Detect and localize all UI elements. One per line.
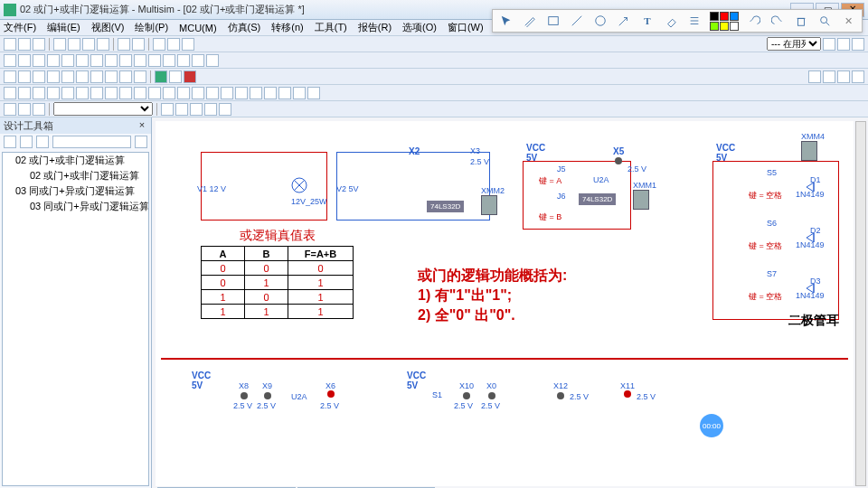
menu-view[interactable]: 视图(V) [91, 21, 125, 34]
menu-file[interactable]: 文件(F) [4, 21, 36, 34]
trash-tool[interactable] [793, 13, 809, 29]
tb-s6[interactable] [76, 70, 89, 83]
menu-tools[interactable]: 工具(T) [315, 21, 347, 34]
inuse-combo[interactable]: --- 在用列表 --- [767, 37, 821, 51]
tb-undo[interactable] [118, 38, 130, 51]
line-tool[interactable] [569, 13, 585, 29]
tb-c10[interactable] [134, 54, 146, 67]
undo-tool[interactable] [746, 13, 762, 29]
side-btn2[interactable] [20, 136, 33, 148]
tree-leaf2[interactable]: 03 同或门+异或门逻辑运算 [3, 199, 148, 214]
schematic-canvas[interactable]: V1 12 V 12V_25W V2 5V X2 74LS32D X3 2.5 … [152, 117, 868, 488]
tb-s9[interactable] [119, 70, 132, 83]
tb-i2[interactable] [18, 87, 31, 99]
tb-f4[interactable] [161, 103, 174, 116]
tb-cut[interactable] [68, 38, 80, 51]
tb-c11[interactable] [148, 54, 161, 67]
tb-misc2[interactable] [837, 38, 850, 51]
tb-f1[interactable] [4, 103, 16, 116]
tb-c1[interactable] [4, 54, 16, 67]
tb-i9[interactable] [119, 87, 132, 99]
tb-c9[interactable] [119, 54, 132, 67]
tb-i19[interactable] [264, 87, 277, 99]
eraser-tool[interactable] [663, 13, 679, 29]
tb-c15[interactable] [206, 54, 219, 67]
tb-i16[interactable] [221, 87, 233, 99]
design-tree[interactable]: 02 或门+或非门逻辑运算 02 或门+或非门逻辑运算 03 同或门+异或门逻辑… [2, 152, 149, 486]
tb-i15[interactable] [206, 87, 219, 99]
tb-s5[interactable] [61, 70, 74, 83]
tb-c7[interactable] [90, 54, 103, 67]
tb-i8[interactable] [105, 87, 118, 99]
menu-simulate[interactable]: 仿真(S) [228, 21, 261, 34]
menu-mcu[interactable]: MCU(M) [179, 23, 217, 33]
instrument-xmm2[interactable] [481, 195, 497, 215]
tb-z4[interactable] [852, 70, 864, 83]
tb-stop[interactable] [184, 70, 196, 83]
instrument-xmm4[interactable] [801, 141, 817, 161]
tb-c12[interactable] [163, 54, 175, 67]
rect-tool[interactable] [545, 13, 561, 29]
tb-new[interactable] [4, 38, 16, 51]
tb-z1[interactable] [808, 70, 821, 83]
tb-c2[interactable] [18, 54, 31, 67]
tb-s8[interactable] [105, 70, 118, 83]
menu-options[interactable]: 选项(O) [402, 21, 437, 34]
tb-s10[interactable] [134, 70, 146, 83]
search-tool[interactable] [816, 13, 833, 29]
tb-run[interactable] [155, 70, 167, 83]
tb-c14[interactable] [192, 54, 204, 67]
tb-paste[interactable] [97, 38, 109, 51]
tree-leaf1[interactable]: 02 或门+或非门逻辑运算 [3, 168, 148, 183]
tb-c8[interactable] [105, 54, 118, 67]
chip-74ls32-1[interactable]: 74LS32D [427, 201, 464, 212]
tb-i5[interactable] [61, 87, 74, 99]
tb-s7[interactable] [90, 70, 103, 83]
menu-reports[interactable]: 报告(R) [358, 21, 392, 34]
tb-i11[interactable] [148, 87, 161, 99]
tree-root1[interactable]: 02 或门+或非门逻辑运算 [3, 153, 148, 168]
text-tool[interactable]: T [639, 13, 656, 29]
list-tool[interactable] [686, 13, 703, 29]
circle-tool[interactable] [592, 13, 609, 29]
tb-c6[interactable] [76, 54, 89, 67]
tb-f8[interactable] [219, 103, 231, 116]
side-btn4[interactable] [135, 136, 147, 148]
tb-i14[interactable] [192, 87, 204, 99]
tb-help[interactable] [852, 38, 864, 51]
tb-i6[interactable] [76, 87, 89, 99]
tb-zoomout[interactable] [167, 38, 180, 51]
tb-f2[interactable] [18, 103, 31, 116]
tb-s3[interactable] [33, 70, 45, 83]
close-overlay[interactable]: ✕ [840, 13, 856, 29]
tb-save[interactable] [33, 38, 45, 51]
tb-i3[interactable] [33, 87, 45, 99]
redo-tool[interactable] [769, 13, 786, 29]
menu-transfer[interactable]: 转移(n) [271, 21, 303, 34]
tb-c3[interactable] [33, 54, 45, 67]
font-combo[interactable] [53, 102, 153, 116]
tb-i21[interactable] [293, 87, 306, 99]
tb-i4[interactable] [47, 87, 60, 99]
tb-f3[interactable] [33, 103, 45, 116]
tb-s2[interactable] [18, 70, 31, 83]
tb-f5[interactable] [175, 103, 188, 116]
color-swatches[interactable] [710, 12, 739, 31]
tb-zoomfit[interactable] [182, 38, 194, 51]
side-btn1[interactable] [4, 136, 16, 148]
chip-74ls32-2[interactable]: 74LS32D [579, 193, 616, 205]
tb-print[interactable] [53, 38, 66, 51]
tb-i12[interactable] [163, 87, 175, 99]
tb-c13[interactable] [177, 54, 190, 67]
tb-open[interactable] [18, 38, 31, 51]
tb-zoomin[interactable] [153, 38, 165, 51]
tb-i7[interactable] [90, 87, 103, 99]
tb-pause[interactable] [169, 70, 182, 83]
sidebar-close-icon[interactable]: × [137, 120, 147, 131]
tb-redo[interactable] [132, 38, 145, 51]
circuit-block-2[interactable] [336, 152, 490, 221]
pointer-tool[interactable] [498, 13, 514, 29]
tb-f6[interactable] [190, 103, 203, 116]
tb-i22[interactable] [307, 87, 320, 99]
tb-s1[interactable] [4, 70, 16, 83]
